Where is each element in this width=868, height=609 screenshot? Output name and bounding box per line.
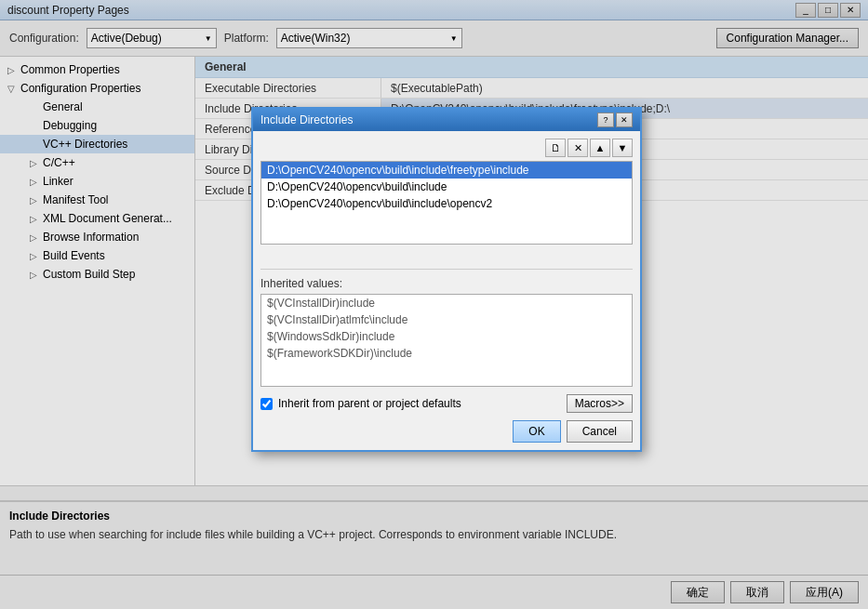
include-directories-dialog: Include Directories ? ✕ 🗋 ✕ ▲ ▼ D:\OpenC… — [251, 107, 642, 452]
delete-button[interactable]: ✕ — [568, 139, 588, 157]
inherited-item-2: $(WindowsSdkDir)include — [261, 328, 632, 345]
dialog-actions: OK Cancel — [260, 420, 633, 443]
inherited-item-1: $(VCInstallDir)atlmfc\include — [261, 311, 632, 328]
dialog-cancel-button[interactable]: Cancel — [567, 420, 633, 443]
move-down-button[interactable]: ▼ — [612, 139, 633, 157]
dialog-title: Include Directories — [260, 113, 353, 126]
dialog-separator — [260, 269, 633, 270]
dialog-close-button[interactable]: ✕ — [616, 113, 633, 127]
inherit-checkbox[interactable] — [260, 398, 273, 410]
new-folder-button[interactable]: 🗋 — [545, 139, 566, 157]
inherited-item-3: $(FrameworkSDKDir)\include — [261, 345, 632, 362]
inherit-label: Inherit from parent or project defaults — [278, 397, 461, 410]
macros-button[interactable]: Macros>> — [567, 394, 633, 413]
dialog-content: 🗋 ✕ ▲ ▼ D:\OpenCV240\opencv\build\includ… — [253, 131, 640, 450]
list-item-0[interactable]: D:\OpenCV240\opencv\build\include\freety… — [261, 162, 632, 179]
dialog-title-controls: ? ✕ — [597, 113, 633, 127]
dialog-overlay: Include Directories ? ✕ 🗋 ✕ ▲ ▼ D:\OpenC… — [0, 0, 868, 609]
list-item-2[interactable]: D:\OpenCV240\opencv\build\include\opencv… — [261, 195, 632, 212]
inherited-values-box: $(VCInstallDir)include $(VCInstallDir)at… — [260, 294, 633, 387]
dialog-toolbar: 🗋 ✕ ▲ ▼ — [260, 139, 633, 157]
dialog-ok-button[interactable]: OK — [513, 420, 560, 443]
dialog-help-button[interactable]: ? — [597, 113, 614, 127]
listbox-h-scrollbar[interactable] — [260, 252, 633, 261]
dialog-title-bar: Include Directories ? ✕ — [253, 109, 640, 131]
list-item-1[interactable]: D:\OpenCV240\opencv\build\include — [261, 179, 632, 195]
inherited-label: Inherited values: — [260, 277, 633, 290]
move-up-button[interactable]: ▲ — [590, 139, 610, 157]
inherit-checkbox-row: Inherit from parent or project defaults … — [260, 394, 633, 413]
inherited-item-0: $(VCInstallDir)include — [261, 295, 632, 311]
include-directories-listbox[interactable]: D:\OpenCV240\opencv\build\include\freety… — [260, 161, 633, 245]
